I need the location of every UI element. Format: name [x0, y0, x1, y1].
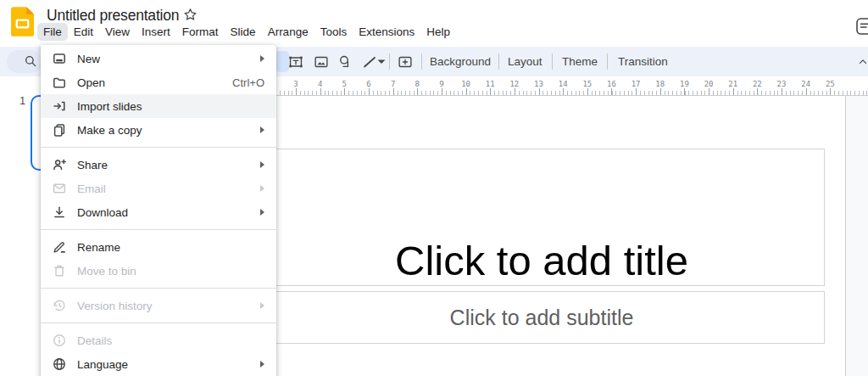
ruler-number: 9: [439, 80, 443, 88]
slides-logo-icon[interactable]: [11, 7, 34, 36]
ruler-number: 10: [461, 80, 470, 88]
ruler-major-tick: [830, 88, 831, 95]
ruler-number: 25: [826, 80, 835, 88]
menu-item-label: Version history: [77, 300, 153, 312]
language-globe-icon: [52, 356, 67, 372]
menu-item-import-slides[interactable]: Import slides: [41, 94, 276, 118]
toolbar-separator: [498, 53, 499, 70]
make-a-copy-icon: [52, 122, 67, 137]
ruler-number: 4: [318, 80, 322, 88]
ruler-major-tick: [684, 88, 685, 95]
download-icon: [52, 205, 67, 220]
ruler-number: 5: [342, 80, 347, 88]
ruler-major-tick: [636, 88, 637, 95]
ruler-major-tick: [515, 88, 515, 95]
ruler-major-tick: [369, 88, 370, 95]
menu-tools[interactable]: Tools: [314, 23, 353, 41]
menu-item-label: Open: [77, 76, 105, 89]
ruler-major-tick: [733, 88, 734, 95]
ruler-number: 15: [582, 80, 592, 88]
menu-item-language[interactable]: Language: [41, 352, 276, 376]
insert-shape-icon[interactable]: [334, 50, 357, 73]
text-box-icon[interactable]: [284, 50, 307, 73]
google-slides-window: Untitled presentation File Edit View Ins…: [0, 0, 868, 376]
ruler-number: 6: [366, 80, 370, 88]
menu-extensions[interactable]: Extensions: [353, 23, 420, 41]
submenu-arrow-icon: [260, 302, 264, 309]
menu-item-label: Download: [77, 206, 128, 219]
menu-file[interactable]: File: [37, 23, 68, 41]
ruler-major-tick: [466, 88, 467, 95]
menu-arrange[interactable]: Arrange: [262, 23, 314, 41]
ruler-number: 23: [777, 80, 787, 88]
ruler-number: 17: [632, 80, 641, 88]
toolbar-separator: [389, 53, 390, 70]
menu-help[interactable]: Help: [420, 23, 456, 41]
ruler-major-tick: [587, 88, 588, 95]
menu-item-new[interactable]: New: [41, 47, 276, 70]
menu-item-label: Move to bin: [77, 265, 136, 278]
insert-image-icon[interactable]: [309, 50, 332, 73]
menu-item-label: Make a copy: [77, 124, 142, 137]
menu-slide[interactable]: Slide: [225, 23, 262, 41]
info-icon: [52, 333, 67, 348]
ruler-major-tick: [320, 88, 321, 95]
ruler-number: 3: [293, 80, 298, 88]
menu-insert[interactable]: Insert: [136, 23, 176, 41]
version-history-icon: [52, 298, 67, 313]
menu-item-download[interactable]: Download: [41, 200, 276, 224]
keyboard-shortcut: Ctrl+O: [232, 76, 264, 89]
side-panel-icon[interactable]: [854, 16, 868, 36]
menu-item-make-a-copy[interactable]: Make a copy: [41, 118, 276, 142]
ruler-number: 12: [509, 80, 519, 88]
menu-item-open[interactable]: Open Ctrl+O: [41, 70, 276, 94]
menu-item-label: Rename: [77, 241, 120, 254]
submenu-arrow-icon: [260, 126, 264, 133]
top-bar: Untitled presentation File Edit View Ins…: [0, 0, 868, 47]
email-icon: [52, 181, 67, 196]
menu-item-email: Email: [41, 177, 276, 200]
insert-comment-icon[interactable]: [393, 50, 416, 73]
menu-item-share[interactable]: Share: [41, 153, 276, 177]
submenu-arrow-icon: [260, 161, 264, 168]
ruler-major-tick: [442, 88, 442, 95]
menu-item-label: Import slides: [77, 100, 142, 113]
theme-button[interactable]: Theme: [557, 50, 603, 73]
toolbar-separator: [607, 53, 608, 70]
import-slides-icon: [52, 98, 67, 114]
ruler-number: 14: [559, 80, 568, 88]
star-icon[interactable]: [182, 7, 198, 23]
submenu-arrow-icon: [260, 209, 264, 216]
menu-separator: [41, 147, 276, 148]
ruler-number: 24: [801, 80, 810, 88]
title-placeholder-text: Click to add title: [395, 239, 688, 284]
ruler-number: 13: [534, 80, 543, 88]
line-dropdown-caret-icon[interactable]: [376, 50, 387, 73]
menu-edit[interactable]: Edit: [68, 23, 99, 41]
menu-item-label: Email: [77, 182, 106, 195]
ruler-major-tick: [539, 88, 540, 95]
layout-button[interactable]: Layout: [503, 50, 548, 73]
rename-pencil-icon: [52, 239, 67, 255]
menu-item-rename[interactable]: Rename: [41, 235, 276, 259]
file-menu-dropdown: New Open Ctrl+O Import slides: [41, 45, 276, 376]
collapse-menus-icon[interactable]: [851, 50, 868, 73]
menu-item-label: Details: [77, 334, 112, 347]
document-title[interactable]: Untitled presentation: [47, 7, 179, 25]
menu-item-details: Details: [41, 328, 276, 352]
ruler-number: 21: [728, 80, 737, 88]
menu-format[interactable]: Format: [176, 23, 225, 41]
menu-view[interactable]: View: [99, 23, 136, 41]
submenu-arrow-icon: [260, 361, 264, 368]
ruler-major-tick: [709, 88, 709, 95]
transition-button[interactable]: Transition: [613, 50, 673, 73]
ruler-major-tick: [563, 88, 564, 95]
subtitle-placeholder-text: Click to add subtitle: [450, 306, 634, 330]
title-placeholder[interactable]: Click to add title: [259, 149, 825, 286]
submenu-arrow-icon: [260, 55, 264, 62]
ruler-number: 22: [753, 80, 762, 88]
toolbar-separator: [421, 53, 422, 70]
ruler-number: 16: [607, 80, 616, 88]
background-button[interactable]: Background: [425, 50, 496, 73]
subtitle-placeholder[interactable]: Click to add subtitle: [259, 291, 825, 344]
